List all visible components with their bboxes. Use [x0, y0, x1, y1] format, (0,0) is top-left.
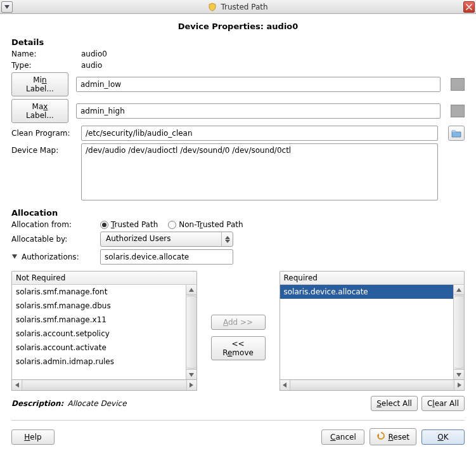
allocatable-by-value: Authorized Users: [101, 232, 221, 246]
svg-marker-2: [225, 240, 230, 243]
vertical-scrollbar[interactable]: [186, 285, 196, 379]
required-column: Required solaris.device.allocate: [280, 271, 465, 391]
scroll-down-icon[interactable]: [454, 369, 464, 379]
not-required-list[interactable]: solaris.smf.manage.fontsolaris.smf.manag…: [12, 285, 186, 379]
type-label: Type:: [11, 61, 81, 70]
not-required-header: Not Required: [11, 271, 197, 285]
titlebar: Trusted Path: [0, 0, 476, 14]
svg-marker-12: [377, 433, 379, 437]
clean-program-label: Clean Program:: [11, 129, 81, 138]
scroll-thumb[interactable]: [291, 381, 454, 390]
authorizations-label: Authorizations:: [11, 252, 100, 261]
add-button[interactable]: Add >>: [211, 315, 266, 330]
horizontal-scrollbar[interactable]: [280, 380, 465, 391]
svg-marker-6: [15, 383, 19, 388]
svg-marker-9: [456, 373, 461, 377]
radio-trusted-path[interactable]: Trusted Path: [100, 220, 158, 229]
svg-marker-0: [4, 5, 10, 9]
cancel-button[interactable]: Cancel: [321, 429, 364, 445]
list-item[interactable]: solaris.account.activate: [12, 341, 186, 355]
svg-marker-11: [458, 383, 461, 388]
svg-marker-7: [190, 383, 193, 388]
select-all-button[interactable]: Select All: [371, 396, 418, 411]
min-label-color-swatch[interactable]: [451, 78, 465, 91]
scroll-left-icon[interactable]: [280, 380, 290, 390]
page-title: Device Properties: audio0: [11, 22, 465, 31]
scroll-up-icon[interactable]: [186, 285, 196, 295]
scroll-up-icon[interactable]: [454, 285, 464, 295]
min-label-button[interactable]: Min Label...: [11, 72, 68, 96]
reset-button[interactable]: Reset: [370, 428, 416, 445]
max-label-color-swatch[interactable]: [451, 105, 465, 117]
details-section-title: Details: [11, 37, 465, 47]
min-label-field[interactable]: [76, 77, 441, 92]
allocation-section-title: Allocation: [11, 208, 465, 218]
svg-marker-3: [12, 254, 17, 259]
required-list[interactable]: solaris.device.allocate: [280, 285, 454, 379]
horizontal-scrollbar[interactable]: [11, 380, 197, 391]
list-item[interactable]: solaris.smf.manage.font: [12, 285, 186, 299]
name-label: Name:: [11, 49, 81, 58]
max-label-field[interactable]: [76, 103, 441, 119]
not-required-column: Not Required solaris.smf.manage.fontsola…: [11, 271, 197, 391]
window-menu-button[interactable]: [1, 1, 13, 13]
description-label: Description:: [11, 399, 63, 408]
device-properties-window: Trusted Path Device Properties: audio0 D…: [0, 0, 476, 454]
list-item[interactable]: solaris.device.allocate: [280, 285, 454, 299]
list-item[interactable]: solaris.smf.manage.x11: [12, 313, 186, 327]
max-label-button[interactable]: Max Label...: [11, 99, 68, 123]
close-button[interactable]: [463, 1, 475, 13]
svg-marker-8: [456, 288, 461, 292]
required-header: Required: [280, 271, 465, 285]
window-title: Trusted Path: [221, 3, 267, 11]
allocation-from-label: Allocation from:: [11, 220, 100, 229]
disclosure-triangle-icon[interactable]: [11, 252, 18, 259]
list-item[interactable]: solaris.account.setpolicy: [12, 327, 186, 341]
clean-program-field[interactable]: [81, 126, 438, 141]
radio-non-trusted-path[interactable]: Non-Trusted Path: [168, 220, 243, 229]
allocatable-by-label: Allocatable by:: [11, 235, 100, 244]
reset-icon: [376, 431, 385, 442]
type-value: audio: [81, 61, 102, 70]
vertical-scrollbar[interactable]: [453, 285, 464, 379]
svg-marker-5: [189, 373, 194, 377]
scroll-right-icon[interactable]: [186, 380, 196, 390]
help-button[interactable]: Help: [11, 429, 55, 445]
scroll-down-icon[interactable]: [186, 369, 196, 379]
svg-marker-1: [225, 236, 230, 239]
combo-arrows-icon: [221, 232, 233, 246]
browse-button[interactable]: [448, 126, 465, 141]
allocatable-by-combo[interactable]: Authorized Users: [100, 232, 233, 247]
scroll-thumb[interactable]: [187, 296, 196, 369]
remove-button[interactable]: << Remove: [211, 336, 266, 360]
svg-marker-10: [283, 383, 286, 388]
name-value: audio0: [81, 49, 107, 58]
description-value: Allocate Device: [67, 399, 126, 408]
svg-marker-4: [189, 288, 194, 292]
clear-all-button[interactable]: Clear All: [421, 396, 465, 411]
ok-button[interactable]: OK: [421, 429, 465, 445]
device-map-field[interactable]: [81, 143, 438, 200]
scroll-thumb[interactable]: [23, 381, 186, 390]
scroll-right-icon[interactable]: [454, 380, 464, 390]
device-map-label: Device Map:: [11, 143, 81, 155]
shield-icon: [208, 3, 217, 11]
scroll-left-icon[interactable]: [12, 380, 22, 390]
authorizations-field[interactable]: [100, 249, 233, 265]
scroll-thumb[interactable]: [454, 296, 463, 369]
list-item[interactable]: solaris.smf.manage.dbus: [12, 299, 186, 313]
list-item[interactable]: solaris.admin.idmap.rules: [12, 355, 186, 369]
